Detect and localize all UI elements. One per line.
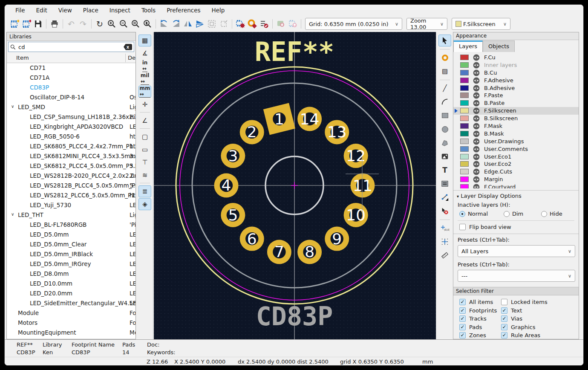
filter-rule-areas[interactable]: ✓Rule Areas [501,332,540,338]
grid-select[interactable]: Grid: 0.6350 mm (0.0250 in) ∨ [305,18,402,30]
zoom-select[interactable]: Zoom 13.00 ∨ [406,18,447,30]
draw-arc-button[interactable] [438,96,451,108]
pad-11[interactable]: 11 [351,173,375,198]
library-item-LED_WS2812B_PLCC4_5.0x5.0mm_P3.2mm[interactable]: LED_WS2812B_PLCC4_5.0x5.0mm_P3.2mm5.0 [7,181,135,191]
insert-footprint-into-board-button[interactable] [287,18,299,30]
visibility-eye-icon[interactable] [473,184,480,188]
layer-row-b-silkscreen[interactable]: B.Silkscreen [453,115,579,122]
visibility-eye-icon[interactable] [473,115,480,122]
library-item-LED_D5.0mm[interactable]: LED_D5.0mmLED [7,230,135,240]
layer-row-user-eco1[interactable]: User.Eco1 [453,153,579,161]
layer-row-f-cu[interactable]: F.Cu [453,54,579,61]
layers-manager-toggle-icon[interactable]: ◈ [138,198,151,210]
pad-4[interactable]: 4 [214,173,239,197]
library-item-CD71A[interactable]: CD71A [7,73,135,83]
units-mm-icon[interactable]: mm↔ [138,86,151,98]
menu-view[interactable]: View [54,6,77,15]
library-search-input[interactable] [18,44,121,50]
column-divider[interactable] [125,54,126,62]
layer-row-f-adhesive[interactable]: F.Adhesive [453,77,579,84]
layer-row-inner-layers[interactable]: Inner layers [453,61,579,69]
pad-9[interactable]: 9 [325,227,349,251]
visibility-eye-icon[interactable] [473,153,480,160]
layer-color-swatch[interactable] [460,146,469,152]
pad-properties-button[interactable] [246,18,258,30]
footprint-canvas[interactable]: 1234567891011121314 REF** CD83P [154,32,436,339]
layer-color-swatch[interactable] [460,139,469,144]
library-item-MountingEquipment[interactable]: MountingEquipmentMe [7,328,135,338]
refresh-button[interactable]: ↻ [94,18,106,30]
tab-layers[interactable]: Layers [453,40,483,52]
layer-color-swatch[interactable] [460,70,469,75]
pad-5[interactable]: 5 [221,203,245,227]
footprint-tree-toggle-icon[interactable]: ≣ [138,185,151,197]
print-button[interactable] [49,18,61,30]
pad-6[interactable]: 6 [240,227,264,251]
cursor-shape-icon[interactable]: ✛ [138,98,151,110]
zoom-fit-button[interactable] [130,18,141,30]
library-item-LED_D10.0mm[interactable]: LED_D10.0mmLED [7,279,135,289]
delete-tool-button[interactable] [438,205,451,217]
layer-row-b-adhesive[interactable]: B.Adhesive [453,84,579,92]
layer-color-swatch[interactable] [460,85,469,91]
flip-board-view-checkbox[interactable]: Flip board view [453,221,579,230]
layer-color-swatch[interactable] [460,131,469,136]
filter-pads[interactable]: ✓Pads [459,324,482,330]
library-item-LED_D8.0mm[interactable]: LED_D8.0mmLED [7,269,135,279]
library-item-LED_SideEmitter_Rectangular_W4.5mm_H[interactable]: LED_SideEmitter_Rectangular_W4.5mm_HLED [7,298,135,308]
visibility-eye-icon[interactable] [473,62,480,69]
menu-help[interactable]: Help [207,6,230,15]
pad-7[interactable]: 7 [267,240,291,264]
save-button[interactable] [32,18,44,30]
layer-row-f-paste[interactable]: F.Paste [453,92,579,99]
visibility-eye-icon[interactable] [473,92,480,99]
zoom-in-button[interactable] [106,18,118,30]
visibility-eye-icon[interactable] [473,85,480,92]
units-mils-icon[interactable]: mil↔ [138,73,151,85]
expand-arrow-icon[interactable]: ∨ [11,104,14,109]
value-text[interactable]: CD83P [256,301,333,331]
filter-all-items[interactable]: ✓All items [459,299,493,305]
library-item-LED_SK6812_PLCC4_5.0x5.0mm_P3.2mm[interactable]: LED_SK6812_PLCC4_5.0x5.0mm_P3.2mm5.0 [7,161,135,171]
library-item-LED_WS2812_PLCC6_5.0x5.0mm_P1.6mm[interactable]: LED_WS2812_PLCC6_5.0x5.0mm_P1.6mmhtt [7,191,135,200]
menu-preferences[interactable]: Preferences [162,6,205,15]
library-item-Motors[interactable]: MotorsFo [7,318,135,328]
library-item-Oscillator_DIP-8-14[interactable]: Oscillator_DIP-8-14Os [7,92,135,102]
layer-color-swatch[interactable] [460,100,469,106]
dimension-button[interactable] [438,191,451,203]
layer-color-swatch[interactable] [460,176,469,182]
rotate-ccw-button[interactable] [158,18,170,30]
layer-color-swatch[interactable] [460,169,469,174]
draw-line-button[interactable]: ╱ [438,82,451,94]
mirror-vertical-button[interactable] [194,18,206,30]
new-footprint-button[interactable]: ✸ [8,18,20,30]
rule-area-button[interactable]: ▨ [438,65,451,77]
anchor-origin-button[interactable]: (0,0) [438,222,451,234]
pad-2[interactable]: 2 [240,120,264,144]
draw-rectangle-button[interactable] [438,110,451,121]
visibility-eye-icon[interactable] [473,123,480,130]
library-item-LED_RGB_5050-6[interactable]: LED_RGB_5050-6htt [7,132,135,142]
sketch-pads-icon[interactable]: ▢ [138,131,151,143]
filter-zones[interactable]: ✓Zones [459,332,486,338]
layer-color-swatch[interactable] [460,116,469,121]
layer-row-b-cu[interactable]: B.Cu [453,69,579,77]
visibility-eye-icon[interactable] [473,168,480,175]
pad-3[interactable]: 3 [221,144,245,168]
constrain-45-icon[interactable]: ∠ [138,115,151,127]
add-pad-button[interactable] [438,52,451,64]
footprint-checker-button[interactable] [258,18,270,30]
library-item-LED_SK6805_PLCC4_2.4x2.7mm_P1.3mm[interactable]: LED_SK6805_PLCC4_2.4x2.7mm_P1.3mmhtt [7,142,135,151]
add-textbox-button[interactable] [438,178,451,190]
grid-origin-button[interactable] [438,236,451,248]
layer-row-b-mask[interactable]: B.Mask [453,130,579,138]
menu-inspect[interactable]: Inspect [105,6,135,15]
mirror-horizontal-button[interactable] [182,18,194,30]
clear-search-icon[interactable]: x [124,44,132,50]
add-text-button[interactable]: T [438,164,451,176]
library-item-Module[interactable]: ModuleFo [7,308,135,318]
library-item-LED_Kingbright_APDA3020VBCD[interactable]: LED_Kingbright_APDA3020VBCDLED [7,122,135,132]
layer-display-options-header[interactable]: ▾ Layer Display Options [453,191,579,199]
pad-8[interactable]: 8 [297,240,322,264]
visibility-eye-icon[interactable] [473,107,480,114]
